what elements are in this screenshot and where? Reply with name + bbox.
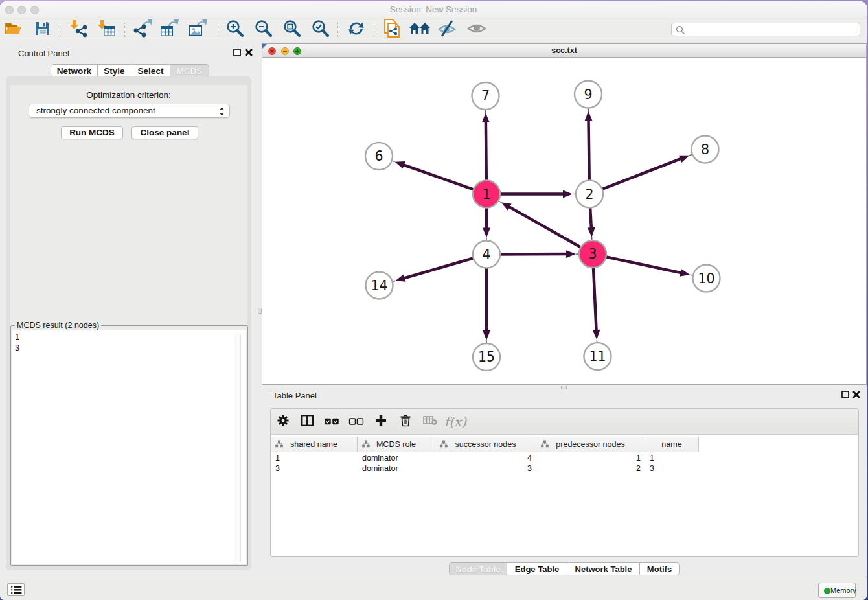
mcds-result-group: MCDS result (2 nodes) 1 3 [10, 325, 248, 566]
edge-arrowhead [593, 330, 600, 340]
new-network-from-selection-icon[interactable] [383, 19, 401, 41]
mcds-panel: Optimization criterion: strongly connect… [10, 85, 247, 566]
graph-node-3[interactable]: 3 [579, 240, 606, 268]
table-row[interactable]: 3dominator323 [271, 463, 699, 474]
cell-predecessor-nodes[interactable]: 1 [536, 453, 645, 463]
graph-node-2[interactable]: 2 [576, 181, 603, 208]
control-panel-tabs: NetworkStyleSelectMCDS [51, 64, 209, 77]
node-label: 3 [588, 246, 597, 262]
edge-arrowhead [679, 156, 689, 163]
zoom-out-icon[interactable] [254, 19, 272, 40]
open-session-icon[interactable] [5, 21, 23, 39]
hide-selected-icon[interactable] [437, 20, 458, 40]
tab-motifs[interactable]: Motifs [640, 562, 680, 575]
close-panel-button[interactable]: Close panel [131, 126, 198, 139]
graph-node-1[interactable]: 1 [473, 181, 500, 208]
search-input[interactable] [687, 24, 857, 35]
cell-MCDS-role[interactable]: dominator [358, 463, 435, 474]
refresh-layout-icon[interactable] [347, 20, 365, 40]
graph-node-11[interactable]: 11 [584, 343, 611, 370]
control-panel-close-button[interactable] [244, 48, 253, 57]
cell-successor-nodes[interactable]: 3 [435, 463, 536, 474]
select-all-icon[interactable] [325, 416, 339, 428]
table-tabs: Node TableEdge TableNetwork TableMotifs [449, 562, 680, 575]
column-header-shared-name[interactable]: shared name [271, 437, 358, 452]
tab-network-table[interactable]: Network Table [567, 562, 640, 575]
memory-button[interactable]: Memory [818, 583, 856, 598]
optimization-criterion-label: Optimization criterion: [10, 90, 247, 100]
table-panel-title: Table Panel [273, 391, 317, 400]
edge-arrowhead [680, 269, 690, 277]
edge-3-1[interactable] [509, 207, 593, 254]
control-panel: Control Panel NetworkStyleSelectMCDS Opt… [0, 42, 257, 577]
tab-edge-table[interactable]: Edge Table [507, 562, 567, 575]
graph-node-10[interactable]: 10 [693, 265, 720, 292]
control-panel-float-button[interactable] [233, 48, 242, 57]
edge-2-8[interactable] [589, 159, 681, 194]
import-network-icon[interactable] [70, 19, 88, 40]
zoom-selected-icon[interactable] [311, 19, 329, 40]
table-row[interactable]: 1dominator411 [271, 453, 699, 463]
cell-shared-name[interactable]: 1 [271, 453, 358, 463]
export-table-icon[interactable] [159, 19, 179, 40]
column-type-icon [541, 440, 549, 448]
tab-select[interactable]: Select [131, 64, 170, 77]
delete-column-icon[interactable] [400, 414, 411, 429]
node-label: 4 [482, 247, 490, 262]
cell-name[interactable]: 3 [645, 463, 699, 474]
cell-MCDS-role[interactable]: dominator [358, 453, 435, 463]
criterion-dropdown[interactable]: strongly connected component [29, 104, 230, 118]
node-label: 1 [482, 187, 490, 202]
cell-name[interactable]: 1 [645, 453, 699, 463]
node-label: 6 [374, 148, 383, 164]
graph-node-14[interactable]: 14 [366, 272, 393, 299]
search-icon [676, 25, 685, 35]
graph-node-7[interactable]: 7 [472, 82, 499, 110]
task-history-button[interactable] [7, 583, 25, 596]
edge-arrowhead [563, 190, 573, 198]
export-network-icon[interactable] [133, 19, 152, 40]
column-header-name[interactable]: name [645, 437, 699, 452]
table-panel-close-button[interactable] [852, 390, 861, 399]
save-session-icon[interactable] [35, 21, 51, 39]
zoom-fit-icon[interactable] [282, 19, 301, 40]
column-label: name [661, 440, 681, 449]
table-options-icon[interactable] [277, 414, 290, 430]
export-image-icon[interactable] [188, 19, 207, 40]
zoom-in-icon[interactable] [225, 19, 244, 40]
memory-label: Memory [830, 586, 856, 594]
graph-node-8[interactable]: 8 [692, 136, 719, 163]
mcds-result-list[interactable]: 1 3 [12, 330, 246, 564]
column-label: successor nodes [455, 440, 516, 449]
graph-node-15[interactable]: 15 [473, 343, 500, 371]
tab-node-table[interactable]: Node Table [449, 562, 507, 575]
show-columns-icon[interactable] [301, 415, 314, 429]
edge-arrowhead [483, 330, 490, 340]
cell-shared-name[interactable]: 3 [271, 463, 358, 474]
show-all-icon[interactable] [466, 21, 487, 38]
graph-node-9[interactable]: 9 [575, 81, 602, 108]
node-label: 2 [585, 187, 593, 202]
network-canvas[interactable]: 1234678910111415 [262, 58, 866, 384]
delete-table-icon[interactable] [423, 416, 437, 428]
tab-style[interactable]: Style [98, 64, 131, 77]
column-header-successor-nodes[interactable]: successor nodes [435, 437, 536, 452]
import-table-icon[interactable] [98, 19, 116, 40]
graph-node-4[interactable]: 4 [473, 241, 500, 268]
add-column-icon[interactable] [375, 415, 387, 429]
network-window: scc.txt 1234678910111415 [262, 43, 867, 385]
cell-predecessor-nodes[interactable]: 2 [536, 463, 645, 474]
first-neighbors-icon[interactable] [409, 21, 431, 39]
run-mcds-button[interactable]: Run MCDS [61, 126, 123, 139]
deselect-all-icon[interactable] [349, 416, 364, 428]
result-scrollbar[interactable] [234, 334, 241, 562]
column-header-MCDS-role[interactable]: MCDS role [358, 437, 435, 452]
desktop: Session: New Session [0, 0, 868, 600]
cell-successor-nodes[interactable]: 4 [435, 453, 536, 463]
column-header-predecessor-nodes[interactable]: predecessor nodes [536, 437, 645, 452]
table-panel-float-button[interactable] [841, 390, 850, 399]
tab-mcds[interactable]: MCDS [170, 64, 209, 77]
graph-node-6[interactable]: 6 [365, 143, 393, 170]
function-builder-icon[interactable]: f(x) [444, 414, 466, 430]
tab-network[interactable]: Network [51, 64, 98, 77]
